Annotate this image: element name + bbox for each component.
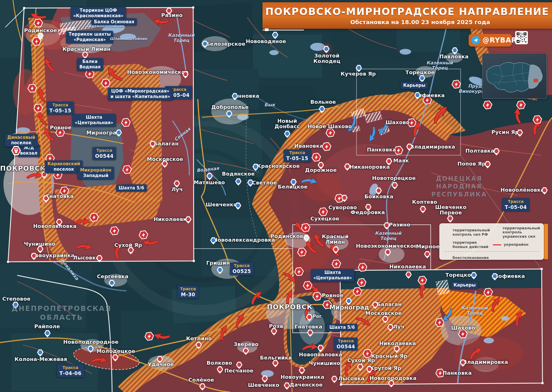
blue-settlement-marker: [252, 164, 259, 170]
road-badge: ТрассаТ-04-06: [57, 364, 84, 377]
red-settlement-marker: [272, 360, 279, 366]
settlement-label: Гришино: [206, 260, 234, 266]
settlement-label: Попов Яр: [457, 161, 486, 166]
settlement-label: Разино: [389, 222, 410, 227]
settlement-label: Шевченко Первое: [435, 204, 466, 216]
red-settlement-marker: [375, 187, 382, 194]
title-banner: ПОКРОВСКО-МИРНОГРАДСКОЕ НАПРАВЛЕНИЕ Обст…: [262, 2, 552, 29]
settlement-label: Красный Лиман: [62, 46, 110, 52]
blue-settlement-marker: [87, 345, 94, 352]
blue-settlement-marker: [116, 129, 122, 136]
road-badge-prefix: Трасса: [49, 103, 72, 108]
clashes-icon: [443, 254, 450, 262]
info-badge: Балка Водяная: [77, 58, 103, 71]
road-badge-number: Т-05-15: [286, 155, 308, 161]
river-label: Казенный Торец: [168, 33, 194, 43]
settlement-label: Никаноровка: [350, 164, 390, 170]
red-settlement-marker: [333, 246, 339, 253]
ru-control-icon: [443, 229, 450, 236]
district-badge-line2: поселок: [53, 167, 74, 172]
settlement-label: Ивановка: [294, 143, 323, 149]
settlement-label: Гнатовка: [46, 193, 74, 199]
settlement-label: Шахово: [451, 325, 475, 330]
settlement-label: Новопавловка: [33, 223, 77, 229]
blue-settlement-marker: [37, 349, 43, 356]
river-label: Бык: [264, 102, 275, 107]
red-settlement-marker: [157, 356, 163, 362]
blue-settlement-marker: [247, 179, 254, 186]
red-settlement-marker: [357, 364, 363, 370]
settlement-label: Новоукраинка: [281, 374, 324, 380]
info-badge: Шахта «Центральная»: [72, 114, 116, 126]
settlement-label: Новое Шахово: [308, 124, 352, 129]
red-settlement-marker: [517, 129, 523, 136]
district-badge-line2: поселок: [11, 140, 31, 145]
region-label: ДНЕПРОПЕТРОВСКАЯ ОБЛАСТЬ: [12, 304, 111, 322]
red-settlement-marker: [392, 182, 398, 188]
red-settlement-marker: [217, 366, 223, 372]
settlement-label: Райполе: [34, 324, 60, 329]
settlement-label: Балаган: [154, 141, 179, 146]
blue-settlement-marker: [419, 75, 425, 81]
road-badge: ТрассаТ-05-15: [284, 149, 311, 162]
settlement-label: Новоэкономическое: [356, 243, 417, 249]
road-badge-prefix: Трасса: [286, 150, 308, 155]
info-badge: Шахта 5/6: [116, 185, 147, 192]
red-settlement-marker: [195, 342, 202, 348]
settlement-label: Солёное: [188, 377, 214, 383]
settlement-label: Владимировка: [463, 359, 508, 365]
district-badge: Динасовыйпоселок: [5, 134, 38, 147]
blue-settlement-marker: [284, 130, 290, 137]
settlement-label: ПОКРОВСК: [267, 303, 313, 311]
blue-settlement-marker: [109, 280, 115, 286]
road-badge: ТрассаТ-05-04: [502, 198, 530, 211]
district-badge: МикрорайонЗападный: [78, 167, 114, 179]
legend-item-ua-control: территориальный контроль украинских сил: [493, 226, 540, 239]
settlement-label: Крутой Яр: [370, 365, 401, 371]
road-badge: ТрассаО0525: [230, 262, 254, 275]
legend-separator: [444, 251, 539, 252]
info-badge: Террикон шахты «Родинская»: [66, 31, 113, 43]
legend-accent-bar: [544, 224, 548, 259]
settlement-label: Лысовка: [73, 255, 99, 260]
blue-settlement-marker: [232, 93, 238, 99]
red-settlement-marker: [271, 328, 277, 334]
blue-settlement-marker: [235, 202, 241, 209]
settlement-label: Чунишино: [309, 360, 340, 366]
red-settlement-marker: [394, 345, 400, 352]
red-settlement-marker: [420, 206, 426, 212]
red-settlement-marker: [299, 367, 305, 373]
road-badge-number: Т-05-15: [49, 107, 72, 114]
blue-settlement-marker: [319, 106, 325, 112]
qr-code: [515, 31, 528, 44]
road-badge: ТрассаО0544: [334, 338, 358, 351]
settlement-label: Светлое: [252, 180, 277, 185]
legend-item-fortified-area: укрепрайон: [493, 243, 540, 247]
settlement-label: Сергеевка: [97, 274, 129, 279]
road-badge-number: О0544: [95, 153, 114, 159]
road-badge-number: М-30: [180, 291, 196, 297]
settlement-label: Николаевка: [389, 264, 426, 269]
red-settlement-marker: [387, 324, 394, 330]
river-label: Казенный Торец: [375, 231, 401, 241]
district-badge-line1: Караковский: [47, 161, 80, 166]
road-badge-prefix: Трасса: [505, 199, 527, 204]
settlement-label: Панковка: [442, 370, 472, 376]
settlement-label: Красный Яр: [371, 353, 408, 359]
road-badge-number: О0544: [337, 343, 355, 349]
road-badge-number: Т-05-04: [505, 204, 527, 210]
settlement-label: Луч: [393, 324, 405, 329]
settlement-label: Новоэкономическое: [127, 69, 189, 75]
blue-settlement-marker: [235, 178, 241, 185]
red-settlement-marker: [366, 366, 373, 372]
blue-settlement-marker: [272, 32, 278, 38]
settlement-label: Мирное: [416, 244, 440, 249]
combat-zone-icon: [443, 241, 450, 249]
blue-settlement-marker: [452, 47, 458, 53]
red-settlement-marker: [405, 271, 412, 278]
blueglow-settlement-marker: [206, 173, 213, 179]
red-settlement-marker: [37, 246, 43, 252]
district-badge: Караковскийпоселок: [45, 160, 83, 173]
settlement-label: Родинское: [271, 233, 303, 239]
settlement-label: Белозёрское: [206, 41, 246, 47]
